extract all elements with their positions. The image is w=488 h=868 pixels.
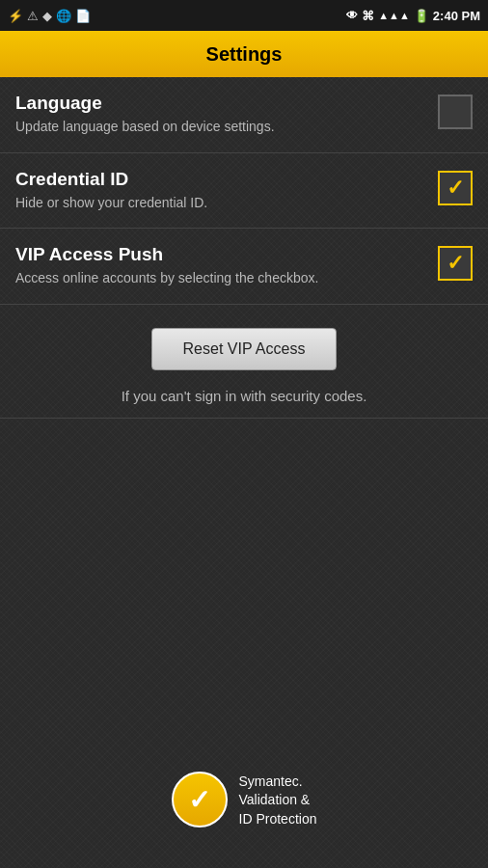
vip-access-push-setting-text: VIP Access Push Access online accounts b…	[15, 244, 438, 288]
reset-vip-description: If you can't sign in with security codes…	[114, 386, 375, 406]
symantec-line2: Validation &	[239, 791, 317, 810]
globe-icon: 🌐	[56, 9, 71, 23]
language-setting-text: Language Update language based on device…	[15, 93, 438, 137]
wifi-icon: ⌘	[362, 9, 374, 23]
signal-icon: ▲▲▲	[378, 10, 410, 21]
reset-vip-button[interactable]: Reset VIP Access	[151, 328, 338, 370]
battery-icon: 🔋	[414, 9, 429, 23]
status-icons-left: ⚡ ⚠ ◆ 🌐 📄	[8, 9, 91, 23]
credential-id-setting-text: Credential ID Hide or show your credenti…	[15, 169, 438, 213]
symantec-text: Symantec. Validation & ID Protection	[239, 773, 317, 829]
symantec-checkmark: ✓	[188, 784, 210, 816]
title-bar: Settings	[0, 31, 488, 77]
settings-content: Language Update language based on device…	[0, 77, 488, 419]
credential-id-setting-row: Credential ID Hide or show your credenti…	[0, 153, 488, 230]
language-setting-desc: Update language based on device settings…	[15, 118, 426, 137]
language-checkbox[interactable]	[438, 95, 473, 129]
credential-id-checkmark: ✓	[447, 177, 464, 199]
language-setting-row: Language Update language based on device…	[0, 77, 488, 153]
warning-icon: ⚠	[27, 9, 39, 23]
vip-access-push-setting-desc: Access online accounts by selecting the …	[15, 269, 426, 288]
symantec-line3: ID Protection	[239, 810, 317, 829]
doc-icon: 📄	[75, 9, 91, 23]
reset-vip-section: Reset VIP Access If you can't sign in wi…	[0, 305, 488, 419]
vip-access-push-setting-title: VIP Access Push	[15, 244, 426, 265]
image-icon: ◆	[42, 9, 52, 23]
credential-id-setting-title: Credential ID	[15, 169, 426, 190]
vip-access-push-checkbox[interactable]: ✓	[438, 246, 473, 281]
credential-id-setting-desc: Hide or show your credential ID.	[15, 194, 426, 213]
symantec-logo: ✓	[172, 772, 230, 829]
credential-id-checkbox[interactable]: ✓	[438, 171, 473, 205]
eye-icon: 👁	[346, 9, 358, 22]
symantec-area: ✓ Symantec. Validation & ID Protection	[0, 772, 488, 829]
symantec-circle: ✓	[172, 772, 228, 827]
vip-access-push-checkmark: ✓	[447, 253, 464, 274]
status-right: 👁 ⌘ ▲▲▲ 🔋 2:40 PM	[346, 9, 480, 23]
language-setting-title: Language	[15, 93, 426, 114]
vip-access-push-setting-row: VIP Access Push Access online accounts b…	[0, 229, 488, 305]
status-bar: ⚡ ⚠ ◆ 🌐 📄 👁 ⌘ ▲▲▲ 🔋 2:40 PM	[0, 0, 488, 31]
page-title: Settings	[206, 43, 283, 66]
usb-icon: ⚡	[8, 9, 23, 23]
time-display: 2:40 PM	[433, 9, 480, 23]
symantec-line1: Symantec.	[239, 773, 317, 792]
